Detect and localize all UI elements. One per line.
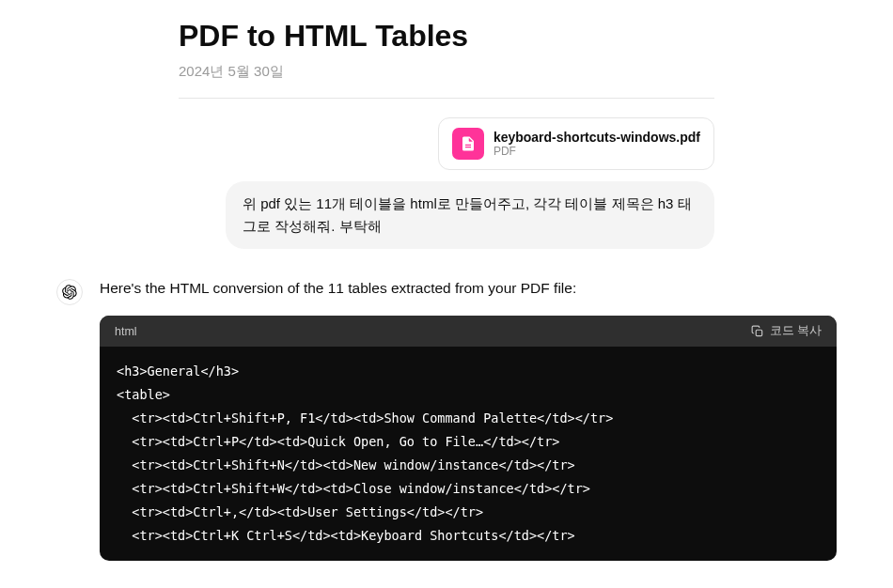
svg-rect-0 bbox=[756, 330, 761, 335]
assistant-intro-text: Here's the HTML conversion of the 11 tab… bbox=[100, 277, 837, 299]
page-title: PDF to HTML Tables bbox=[179, 19, 714, 54]
assistant-avatar bbox=[56, 279, 83, 305]
copy-code-label: 코드 복사 bbox=[770, 323, 822, 339]
attachment-filetype: PDF bbox=[494, 145, 700, 158]
page-date: 2024년 5월 30일 bbox=[179, 63, 714, 99]
pdf-icon bbox=[452, 128, 484, 160]
file-attachment[interactable]: keyboard-shortcuts-windows.pdf PDF bbox=[438, 117, 714, 170]
code-content[interactable]: <h3>General</h3> <table> <tr><td>Ctrl+Sh… bbox=[100, 347, 837, 561]
attachment-filename: keyboard-shortcuts-windows.pdf bbox=[494, 130, 700, 145]
code-language-label: html bbox=[115, 325, 137, 338]
user-message: 위 pdf 있는 11개 테이블을 html로 만들어주고, 각각 테이블 제목… bbox=[226, 181, 714, 249]
code-block: html 코드 복사 <h3>General</h3> <table> <tr>… bbox=[100, 316, 837, 561]
copy-code-button[interactable]: 코드 복사 bbox=[751, 323, 822, 339]
